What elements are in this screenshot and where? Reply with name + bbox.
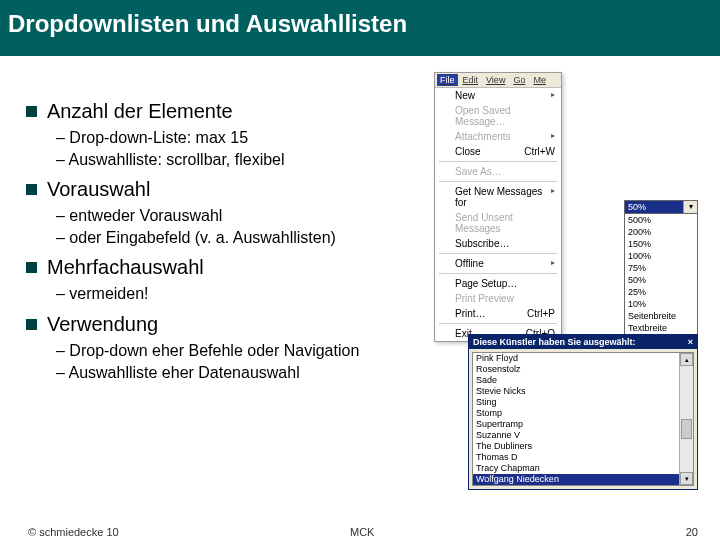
footer-module: MCK bbox=[350, 526, 374, 538]
menu-separator bbox=[439, 161, 557, 162]
scroll-up-icon[interactable]: ▴ bbox=[680, 353, 693, 366]
bullet-item: Auswahlliste: scrollbar, flexibel bbox=[56, 149, 448, 171]
menu-item: Send Unsent Messages bbox=[435, 210, 561, 236]
zoom-option[interactable]: 150% bbox=[625, 238, 697, 250]
list-item[interactable]: Sade bbox=[473, 375, 679, 386]
menu-item: Save As… bbox=[435, 164, 561, 179]
slide-title: Dropdownlisten und Auswahllisten bbox=[0, 0, 720, 56]
menu-separator bbox=[439, 253, 557, 254]
menu-separator bbox=[439, 273, 557, 274]
zoom-value: 50% bbox=[625, 201, 683, 213]
scrollbar[interactable]: ▴ ▾ bbox=[679, 353, 693, 485]
menu-item[interactable]: Get New Messages for bbox=[435, 184, 561, 210]
menubar-file[interactable]: File bbox=[437, 74, 458, 86]
slide-content: Anzahl der Elemente Drop-down-Liste: max… bbox=[8, 100, 448, 391]
footer-copyright: © schmiedecke 10 bbox=[28, 526, 119, 538]
bullet-item: entweder Vorauswahl bbox=[56, 205, 448, 227]
footer-page-number: 20 bbox=[686, 526, 698, 538]
list-item[interactable]: Sting bbox=[473, 397, 679, 408]
zoom-option[interactable]: 50% bbox=[625, 274, 697, 286]
menu-item[interactable]: Offline bbox=[435, 256, 561, 271]
bullet-item: oder Eingabefeld (v. a. Auswahllisten) bbox=[56, 227, 448, 249]
menu-separator bbox=[439, 323, 557, 324]
menubar-edit[interactable]: Edit bbox=[460, 74, 482, 86]
menubar: File Edit View Go Me bbox=[435, 73, 561, 88]
bullet-icon bbox=[26, 106, 37, 117]
section-heading: Vorauswahl bbox=[26, 178, 448, 201]
zoom-combobox[interactable]: 50% ▾ bbox=[625, 201, 697, 214]
menu-item[interactable]: Subscribe… bbox=[435, 236, 561, 251]
scroll-thumb[interactable] bbox=[681, 419, 692, 439]
scroll-down-icon[interactable]: ▾ bbox=[680, 472, 693, 485]
bullet-item: Drop-down-Liste: max 15 bbox=[56, 127, 448, 149]
list-item[interactable]: Wolfgang Niedecken bbox=[473, 474, 679, 485]
zoom-option[interactable]: 100% bbox=[625, 250, 697, 262]
list-item[interactable]: Stomp bbox=[473, 408, 679, 419]
figure-listbox: Diese Künstler haben Sie ausgewählt: × P… bbox=[468, 334, 698, 490]
menu-separator bbox=[439, 181, 557, 182]
bullet-item: Drop-down eher Befehle oder Navigation bbox=[56, 340, 448, 362]
menu-item[interactable]: Print…Ctrl+P bbox=[435, 306, 561, 321]
chevron-down-icon[interactable]: ▾ bbox=[683, 201, 697, 213]
menu-item: Open Saved Message… bbox=[435, 103, 561, 129]
list-item[interactable]: Thomas D bbox=[473, 452, 679, 463]
zoom-option[interactable]: 500% bbox=[625, 214, 697, 226]
zoom-option[interactable]: 200% bbox=[625, 226, 697, 238]
list-item[interactable]: Rosenstolz bbox=[473, 364, 679, 375]
list-item[interactable]: Tracy Chapman bbox=[473, 463, 679, 474]
section-heading: Anzahl der Elemente bbox=[26, 100, 448, 123]
list-item[interactable]: Stevie Nicks bbox=[473, 386, 679, 397]
bullet-item: vermeiden! bbox=[56, 283, 448, 305]
scroll-track[interactable] bbox=[680, 366, 693, 472]
list-item[interactable]: Suzanne V bbox=[473, 430, 679, 441]
zoom-option[interactable]: 75% bbox=[625, 262, 697, 274]
menu-item[interactable]: Page Setup… bbox=[435, 276, 561, 291]
zoom-option[interactable]: 10% bbox=[625, 298, 697, 310]
section-heading: Verwendung bbox=[26, 313, 448, 336]
list-item[interactable]: Pink Floyd bbox=[473, 353, 679, 364]
figure-dropdown-menu: File Edit View Go Me NewOpen Saved Messa… bbox=[434, 72, 562, 342]
section-heading: Mehrfachauswahl bbox=[26, 256, 448, 279]
listbox-caption: Diese Künstler haben Sie ausgewählt: × bbox=[469, 335, 697, 349]
menu-item[interactable]: CloseCtrl+W bbox=[435, 144, 561, 159]
bullet-item: Auswahlliste eher Datenauswahl bbox=[56, 362, 448, 384]
zoom-option[interactable]: Textbreite bbox=[625, 322, 697, 334]
list-item[interactable]: Supertramp bbox=[473, 419, 679, 430]
menubar-view[interactable]: View bbox=[483, 74, 508, 86]
close-icon[interactable]: × bbox=[688, 337, 693, 347]
bullet-icon bbox=[26, 262, 37, 273]
zoom-option[interactable]: Seitenbreite bbox=[625, 310, 697, 322]
bullet-icon bbox=[26, 184, 37, 195]
zoom-option[interactable]: 25% bbox=[625, 286, 697, 298]
listbox-items[interactable]: Pink FloydRosenstolzSadeStevie NicksStin… bbox=[473, 353, 679, 485]
menubar-go[interactable]: Go bbox=[510, 74, 528, 86]
menu-item[interactable]: New bbox=[435, 88, 561, 103]
menu-item: Print Preview bbox=[435, 291, 561, 306]
menu-item: Attachments bbox=[435, 129, 561, 144]
list-item[interactable]: The Dubliners bbox=[473, 441, 679, 452]
menubar-more[interactable]: Me bbox=[530, 74, 549, 86]
bullet-icon bbox=[26, 319, 37, 330]
